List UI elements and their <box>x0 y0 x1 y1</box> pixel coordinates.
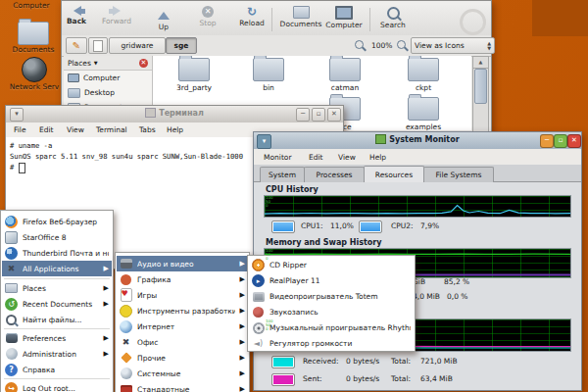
menu-item-rhythmbox[interactable]: Музыкальный проигрыватель Rhythmbox <box>249 320 414 335</box>
reload-button[interactable]: ↻ Reload <box>234 6 270 34</box>
menu-item-places[interactable]: Places▶ <box>2 280 112 296</box>
menu-item-totem[interactable]: Видеопроигрыватель Totem <box>249 289 414 304</box>
cpu2-label: CPU2: <box>391 221 414 230</box>
zoom-in-button[interactable] <box>397 40 406 51</box>
menu-item-staroffice[interactable]: StarOffice 8 <box>2 229 112 245</box>
menu-edit[interactable]: Edit <box>39 122 54 137</box>
menu-item-preferences[interactable]: Preferences▶ <box>2 330 112 346</box>
menu-item-logout[interactable]: ↪Log Out root... <box>2 380 112 392</box>
sound-recorder-icon <box>253 307 264 318</box>
menu-terminal[interactable]: Terminal <box>96 122 127 137</box>
games-icon: ♥ <box>121 288 132 302</box>
file-item-examples[interactable]: examples <box>392 97 455 130</box>
edit-location-button[interactable]: ✎ <box>66 37 87 54</box>
tab-processes[interactable]: Processes <box>304 167 365 182</box>
system-monitor-titlebar[interactable]: ▾ System Monitor ─ ▫ ✕ <box>254 132 581 150</box>
menu-item-search-files[interactable]: Найти файлы... <box>2 312 112 327</box>
sidebar-header[interactable]: Places ▼ ✕ <box>64 56 152 71</box>
menu-item-recent-documents[interactable]: ↺Recent Documents▶ <box>2 296 112 312</box>
menu-help[interactable]: Help <box>369 149 386 165</box>
tab-system[interactable]: System <box>260 167 305 182</box>
menu-item-cd-ripper[interactable]: CD Ripper <box>249 258 414 272</box>
tab-resources[interactable]: Resources <box>364 166 424 182</box>
sent-label: Sent: <box>303 374 322 383</box>
sidebar-item-desktop[interactable]: Desktop <box>64 85 152 100</box>
computer-monitor-icon <box>335 6 353 20</box>
menu-item-help[interactable]: ?Справка <box>2 362 112 377</box>
menu-item-firefox[interactable]: Firefox Веб-браузер <box>2 214 112 229</box>
menu-item-games[interactable]: ♥Игры▶ <box>117 287 248 303</box>
submenu-arrow-icon: ▶ <box>240 260 245 268</box>
new-note-button[interactable] <box>88 37 108 54</box>
back-button[interactable]: Back <box>62 6 91 34</box>
menu-edit[interactable]: Edit <box>309 149 323 165</box>
path-label: gridware <box>122 41 154 50</box>
minimize-button[interactable]: ─ <box>540 134 554 148</box>
desktop-icon-computer[interactable]: Computer <box>2 1 61 10</box>
maximize-button[interactable]: ▫ <box>554 134 567 148</box>
search-label: Search <box>380 21 406 29</box>
tab-file-systems[interactable]: File Systems <box>423 167 494 182</box>
file-item-ckpt[interactable]: ckpt <box>392 58 455 92</box>
view-mode-select[interactable]: View as Icons ▲▼ <box>411 37 495 54</box>
desktop-icon-network-servers[interactable]: Network Serv <box>6 57 63 91</box>
file-item-bin[interactable]: bin <box>237 58 300 92</box>
zoom-level: 100% <box>371 41 392 50</box>
terminal-titlebar[interactable]: ▾ Терминал ─ ▫ ✕ <box>6 106 343 123</box>
menu-item-label: Places <box>23 284 99 293</box>
menu-item-thunderbird[interactable]: Thunderbird Почта и новости <box>2 245 112 261</box>
pencil-icon: ✎ <box>73 40 80 51</box>
menu-help[interactable]: Help <box>167 122 183 137</box>
file-item-catman[interactable]: catman <box>314 58 376 92</box>
submenu-arrow-icon: ▶ <box>240 307 245 315</box>
menu-item-system[interactable]: Системные▶ <box>117 366 248 381</box>
up-button[interactable]: Up <box>150 6 177 34</box>
path-button-sge[interactable]: sge <box>166 37 197 54</box>
menu-item-label: RealPlayer 11 <box>270 276 411 285</box>
file-list-scrollbar[interactable]: ▲ <box>472 56 489 132</box>
stop-label: Stop <box>199 19 216 27</box>
menu-monitor[interactable]: Monitor <box>264 149 292 165</box>
menu-view[interactable]: View <box>338 149 356 165</box>
menu-item-sound-recorder[interactable]: Звукозапись <box>249 305 414 319</box>
path-button-gridware[interactable]: gridware <box>109 37 166 54</box>
documents-button[interactable]: Documents <box>275 6 326 34</box>
menu-tabs[interactable]: Tabs <box>139 122 156 137</box>
sidebar-item-computer[interactable]: Computer <box>64 71 152 85</box>
close-button[interactable]: ✕ <box>327 108 341 122</box>
forward-button[interactable]: Forward <box>97 6 136 34</box>
scrollbar-thumb[interactable] <box>474 69 487 104</box>
terminal-title: Терминал <box>6 108 343 118</box>
menu-item-dev-tools[interactable]: Инструменты разработки▶ <box>117 303 248 318</box>
menu-item-administration[interactable]: Administration▶ <box>2 346 112 362</box>
close-button[interactable]: ✕ <box>567 134 581 148</box>
stop-button[interactable]: ✕ Stop <box>193 6 222 34</box>
menu-item-volume-control[interactable]: ◄)Регулятор громкости <box>249 336 414 351</box>
zoom-out-button[interactable] <box>355 40 364 51</box>
menu-item-audio-video[interactable]: Аудио и видео▶ <box>117 256 248 271</box>
menu-item-realplayer[interactable]: ▸RealPlayer 11 <box>249 273 414 288</box>
menu-file[interactable]: File <box>14 122 26 137</box>
close-sidebar-icon[interactable]: ✕ <box>139 59 148 68</box>
received-total-label: Total: <box>391 357 411 366</box>
menu-item-label: Recent Documents <box>23 300 99 309</box>
system-monitor-menubar: Monitor Edit View Help <box>254 149 581 166</box>
menu-item-standard[interactable]: Стандартные▶ <box>117 381 248 392</box>
menu-view[interactable]: View <box>67 122 84 137</box>
file-item-3rd_party[interactable]: 3rd_party <box>163 58 225 92</box>
menu-item-internet[interactable]: Интернет▶ <box>117 318 248 334</box>
submenu-arrow-icon: ▶ <box>240 291 245 299</box>
scroll-up-icon[interactable]: ▲ <box>473 57 488 69</box>
computer-button[interactable]: Computer <box>322 6 366 34</box>
menu-item-all-applications[interactable]: ✖All Applications▶ <box>2 261 112 276</box>
documents-folder-icon <box>293 6 310 19</box>
menu-item-office[interactable]: ✖Офис▶ <box>117 334 248 350</box>
search-button[interactable]: Search <box>373 6 413 34</box>
minimize-button[interactable]: ─ <box>296 108 310 122</box>
desktop-icon-documents[interactable]: Documents <box>8 18 59 54</box>
submenu-arrow-icon: ▶ <box>104 300 109 308</box>
menu-item-other[interactable]: Прочие▶ <box>117 350 248 366</box>
sidebar-item-label: Desktop <box>84 88 115 97</box>
maximize-button[interactable]: ▫ <box>312 108 325 122</box>
menu-item-graphics[interactable]: Графика▶ <box>117 271 248 287</box>
